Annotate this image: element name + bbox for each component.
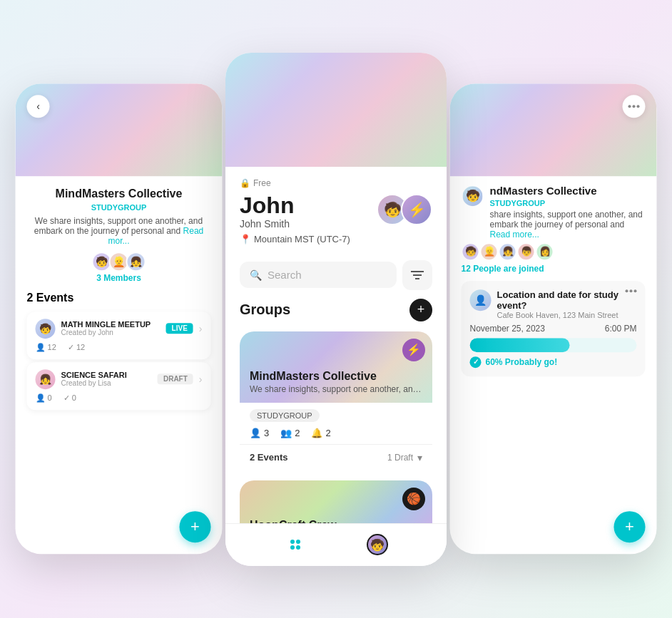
right-avatar-2: 👱 bbox=[480, 242, 499, 261]
profile-section: 🔒 Free John John Smith 📍 Mountain MST (U… bbox=[225, 167, 447, 252]
event1-stats: 👤 12 ✓ 12 bbox=[36, 339, 203, 352]
events-count: 2 Events bbox=[250, 452, 287, 463]
right-event-date: November 25, 2023 bbox=[470, 324, 545, 334]
svg-point-3 bbox=[290, 540, 295, 544]
mindmasters-tag: STUDYGROUP bbox=[250, 409, 320, 422]
right-event-title: Location and date for study event? bbox=[497, 289, 620, 311]
right-more-button[interactable] bbox=[623, 95, 646, 118]
right-event-date-row: November 25, 2023 6:00 PM bbox=[470, 324, 637, 334]
right-group-tag: STUDYGROUP bbox=[490, 199, 646, 207]
right-read-more[interactable]: Read more... bbox=[490, 230, 539, 240]
notifications-stat: 🔔 2 bbox=[311, 428, 330, 438]
left-group-desc: We share insights, support one another, … bbox=[27, 216, 211, 246]
profile-location: 📍 Mountain MST (UTC-7) bbox=[240, 234, 350, 244]
plan-badge: 🔒 Free bbox=[240, 178, 432, 188]
event2-avatar: 👧 bbox=[36, 369, 56, 389]
mindmasters-card[interactable]: ⚡ MindMasters Collective We share insigh… bbox=[240, 331, 432, 470]
connections-stat: 👥 2 bbox=[280, 428, 300, 438]
event1-title: MATH MINGLE MEETUP bbox=[61, 320, 161, 329]
event-item-1[interactable]: 🧒 MATH MINGLE MEETUP Created by John LIV… bbox=[27, 311, 211, 359]
home-nav-button[interactable] bbox=[284, 533, 307, 556]
event2-info: SCIENCE SAFARI Created by Lisa bbox=[61, 371, 152, 387]
members-stat: 👤 3 bbox=[250, 428, 269, 438]
event2-title: SCIENCE SAFARI bbox=[61, 371, 152, 379]
hoopcraft-icon: 🏀 bbox=[402, 488, 425, 510]
right-avatar-4: 👦 bbox=[517, 242, 536, 261]
right-group-desc: share insights, support one another, and… bbox=[490, 210, 646, 240]
event1-info: MATH MINGLE MEETUP Created by John bbox=[61, 320, 161, 336]
right-phone: 🧒 ndMasters Collective STUDYGROUP share … bbox=[450, 83, 657, 554]
right-avatar-5: 👩 bbox=[536, 242, 554, 261]
avatar-stack: 🧒 ⚡ bbox=[377, 194, 432, 225]
mindmasters-stats: 👤 3 👥 2 🔔 2 bbox=[250, 428, 422, 438]
lock-icon: 🔒 bbox=[240, 178, 250, 188]
back-button[interactable]: ‹ bbox=[27, 95, 50, 118]
right-members-count: 12 People are joined bbox=[462, 264, 646, 274]
center-banner bbox=[225, 53, 447, 167]
mindmasters-name: MindMasters Collective bbox=[250, 370, 422, 383]
left-members-count: 3 Members bbox=[27, 273, 211, 283]
event2-badge: DRAFT bbox=[158, 374, 193, 384]
right-event-card[interactable]: 👤 Location and date for study event? Caf… bbox=[462, 281, 646, 376]
location-pin-icon: 📍 bbox=[240, 234, 251, 244]
right-fab-button[interactable]: + bbox=[614, 511, 646, 542]
profile-nav-button[interactable]: 🧒 bbox=[367, 534, 388, 555]
groups-header: Groups + bbox=[240, 299, 432, 321]
event2-stats: 👤 0 ✓ 0 bbox=[36, 389, 203, 403]
left-phone: ‹ MindMasters Collective STUDYGROUP We s… bbox=[16, 83, 223, 554]
chevron-down-icon: ▾ bbox=[417, 452, 422, 463]
event2-arrow[interactable]: › bbox=[199, 374, 203, 385]
event1-badge: LIVE bbox=[166, 323, 193, 334]
mindmasters-icon: ⚡ bbox=[402, 339, 425, 361]
mindmasters-banner: ⚡ MindMasters Collective We share insigh… bbox=[240, 331, 432, 403]
right-event-time: 6:00 PM bbox=[605, 324, 637, 334]
right-avatar-1: 🧒 bbox=[462, 242, 480, 261]
progress-bar bbox=[470, 338, 637, 352]
right-group-name: ndMasters Collective bbox=[490, 185, 646, 197]
mindmasters-events-row: 2 Events 1 Draft ▾ bbox=[240, 444, 432, 470]
groups-title: Groups bbox=[240, 302, 290, 318]
svg-point-6 bbox=[296, 545, 300, 550]
right-event-info: Location and date for study event? Cafe … bbox=[497, 289, 620, 319]
right-group-avatar: 🧒 bbox=[462, 185, 484, 207]
right-event-header: 👤 Location and date for study event? Caf… bbox=[470, 289, 637, 319]
search-icon: 🔍 bbox=[250, 269, 262, 281]
left-events-title: 2 Events bbox=[27, 292, 211, 304]
search-placeholder: Search bbox=[268, 269, 302, 281]
member-avatar-3: 👧 bbox=[126, 252, 146, 272]
right-group-info: ndMasters Collective STUDYGROUP share in… bbox=[490, 185, 646, 240]
bottom-nav: 🧒 bbox=[225, 523, 447, 566]
right-members-row: 🧒 👱 👧 👦 👩 bbox=[462, 242, 646, 261]
right-avatar-3: 👧 bbox=[499, 242, 517, 261]
mindmasters-footer: STUDYGROUP 👤 3 👥 2 🔔 2 bbox=[240, 403, 432, 444]
svg-point-4 bbox=[296, 540, 300, 544]
profile-first-name: John bbox=[240, 194, 350, 217]
profile-info: John John Smith 📍 Mountain MST (UTC-7) bbox=[240, 194, 350, 244]
left-group-tag: STUDYGROUP bbox=[27, 203, 211, 212]
progress-bar-fill bbox=[470, 338, 570, 352]
left-fab-button[interactable]: + bbox=[180, 511, 211, 542]
event-dots-icon[interactable] bbox=[626, 289, 637, 292]
dots-menu-icon bbox=[628, 105, 640, 108]
event1-arrow[interactable]: › bbox=[199, 323, 203, 334]
probably-go-label: ✓ 60% Probably go! bbox=[470, 356, 637, 368]
check-circle-icon: ✓ bbox=[470, 356, 482, 368]
search-input-wrap[interactable]: 🔍 Search bbox=[240, 262, 397, 288]
app-scene: ‹ MindMasters Collective STUDYGROUP We s… bbox=[58, 31, 614, 587]
left-phone-banner: ‹ bbox=[16, 83, 223, 176]
event2-creator: Created by Lisa bbox=[61, 379, 152, 387]
search-section: 🔍 Search bbox=[225, 252, 447, 299]
event-item-2[interactable]: 👧 SCIENCE SAFARI Created by Lisa DRAFT ›… bbox=[27, 362, 211, 410]
add-group-button[interactable]: + bbox=[409, 299, 432, 321]
right-phone-banner bbox=[450, 83, 657, 176]
profile-full-name: John Smith bbox=[240, 218, 350, 230]
secondary-avatar[interactable]: ⚡ bbox=[401, 194, 432, 225]
profile-row: John John Smith 📍 Mountain MST (UTC-7) 🧒… bbox=[240, 194, 432, 244]
event1-creator: Created by John bbox=[61, 329, 161, 336]
mindmasters-desc: We share insights, support one another, … bbox=[250, 384, 422, 394]
draft-info: 1 Draft ▾ bbox=[387, 452, 422, 463]
right-event-location: Cafe Book Haven, 123 Main Street bbox=[497, 311, 620, 319]
center-phone: 🔒 Free John John Smith 📍 Mountain MST (U… bbox=[225, 53, 447, 566]
filter-button[interactable] bbox=[402, 260, 432, 290]
svg-point-5 bbox=[290, 545, 295, 550]
